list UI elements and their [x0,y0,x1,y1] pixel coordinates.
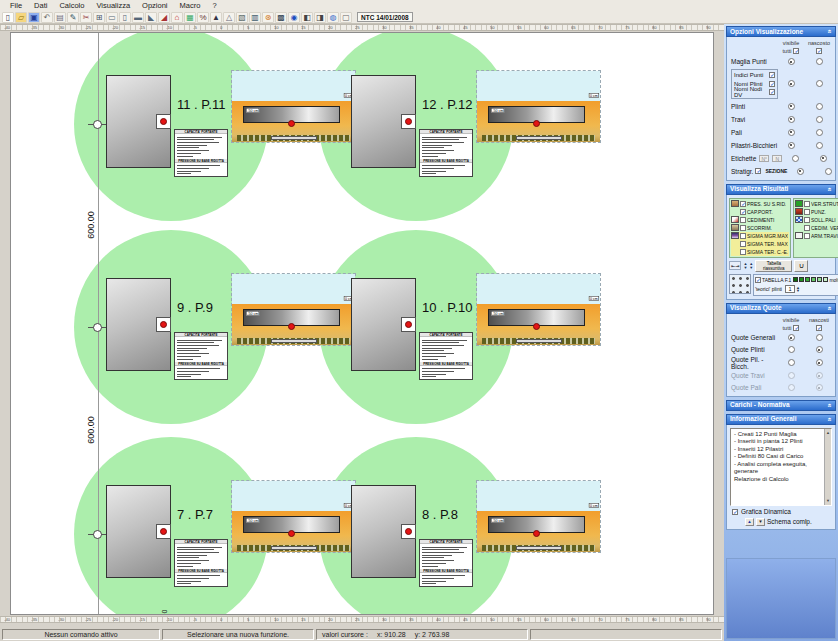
verification-table[interactable]: CAPACITA' PORTANTEPRESSIONE SU BASE RIDO… [174,129,228,177]
soil-section[interactable]: 0 cm-50 cm [476,480,601,553]
scrollbar[interactable]: ▲▼ [824,429,831,505]
radio-visibile[interactable] [788,372,795,379]
piramide-chiara-icon[interactable]: △ [223,12,235,23]
scale-spinner-right[interactable]: ▲▼ [749,262,753,269]
tutti-nascosti-checkbox[interactable] [816,325,822,331]
radio-visibile[interactable] [788,116,795,123]
save-icon[interactable]: ▣ [28,12,40,23]
menu-item-opzioni[interactable]: Opzioni [136,1,173,10]
drawing-canvas[interactable]: 600.00600.0011 . P.11CAPACITA' PORTANTEP… [10,32,714,615]
schema-up-button[interactable]: ▲ [745,518,754,526]
soil-section[interactable]: 0 cm-50 cm [476,70,601,143]
soil-section[interactable]: 0 cm-50 cm [476,273,601,346]
radio-nascosto[interactable] [816,334,823,341]
radio-nascosto[interactable] [816,129,823,136]
molt-plinti-input[interactable]: 1 [785,285,795,293]
documento-icon[interactable]: ▢ [340,12,352,23]
result-checkbox[interactable] [740,217,746,223]
result-checkbox[interactable] [804,201,810,207]
edit-sheet-icon[interactable]: ✎ [67,12,79,23]
sezione-icon[interactable]: ▧ [236,12,248,23]
result-checkbox[interactable] [804,217,810,223]
node-marker-box[interactable] [156,114,171,129]
result-checkbox[interactable] [740,201,746,207]
soil-section[interactable]: 0 cm-50 cm [231,70,356,143]
axis-node[interactable] [93,120,102,129]
diagramma-icon[interactable]: ▥ [249,12,261,23]
mondo-icon[interactable]: ◍ [327,12,339,23]
radio-nascosto[interactable] [816,116,823,123]
radio-visibile[interactable] [788,346,795,353]
plinth-label[interactable]: 10 . P.10 [422,300,472,315]
plinth-label[interactable]: 11 . P.11 [177,97,225,112]
radio-nascosto[interactable] [825,168,832,175]
radio-nascosto[interactable] [816,103,823,110]
plinto-icon[interactable]: ▭ [106,12,118,23]
verification-table[interactable]: CAPACITA' PORTANTEPRESSIONE SU BASE RIDO… [419,539,473,587]
collapse-icon[interactable]: « [827,187,834,191]
tutti-visibile-checkbox[interactable] [793,325,799,331]
section-header[interactable]: Visualizza Risultati « [726,184,836,195]
footing-node-dot[interactable] [533,323,540,330]
menu-item-dati[interactable]: Dati [28,1,53,10]
verification-table[interactable]: CAPACITA' PORTANTEPRESSIONE SU BASE RIDO… [419,129,473,177]
tutti-visibile-checkbox[interactable] [793,48,799,54]
result-checkbox[interactable] [740,241,746,247]
radio-visibile[interactable] [788,80,795,87]
calcolo-1-icon[interactable]: ◧ [301,12,313,23]
new-document-icon[interactable]: ▯ [2,12,14,23]
tutti-nascosto-checkbox[interactable] [816,48,822,54]
plinth-label[interactable]: 7 . P.7 [177,507,213,522]
undo-icon[interactable]: ↶ [41,12,53,23]
group-item-checkbox[interactable] [769,89,775,95]
soil-section[interactable]: 0 cm-50 cm [231,480,356,553]
molt-plinti-spinner[interactable]: ▲▼ [796,286,800,293]
footing-node-dot[interactable] [533,120,540,127]
radio-visibile[interactable] [788,58,795,65]
staffa-button[interactable]: ∪ [794,260,808,272]
menu-item-visualizza[interactable]: Visualizza [90,1,136,10]
piramide-scura-icon[interactable]: ▲ [210,12,222,23]
result-checkbox[interactable] [804,209,810,215]
radio-visibile[interactable] [788,359,795,366]
result-checkbox[interactable] [740,233,746,239]
verifiche-icon[interactable]: ▦ [184,12,196,23]
plinth-label[interactable]: 12 . P.12 [422,97,472,112]
pilastro-icon[interactable]: ▯ [119,12,131,23]
tabella-icon[interactable]: ▩ [275,12,287,23]
radio-visibile[interactable] [788,384,795,391]
grafica-dinamica-checkbox[interactable] [732,509,738,515]
result-checkbox[interactable] [804,233,810,239]
menu-item-macro[interactable]: Macro [174,1,207,10]
node-marker-box[interactable] [401,114,416,129]
section-header[interactable]: Opzioni Visualizzazione « [726,26,836,37]
soil-section[interactable]: 0 cm-50 cm [231,273,356,346]
open-folder-icon[interactable]: ▱ [15,12,27,23]
spacing-adjust-icon[interactable]: ⇤⇥ [729,261,741,270]
info-listbox[interactable]: - Creati 12 Punti Maglia- Inseriti in pi… [730,428,832,506]
sezione-checkbox[interactable] [755,168,761,174]
verification-table[interactable]: CAPACITA' PORTANTEPRESSIONE SU BASE RIDO… [174,539,228,587]
section-header[interactable]: Carichi - Normativa « [726,400,836,411]
cut-icon[interactable]: ✂ [80,12,92,23]
radio-nascosto[interactable] [816,372,823,379]
copy-sheet-icon[interactable]: ▤ [54,12,66,23]
collapse-icon[interactable]: « [827,403,834,407]
collapse-icon[interactable]: « [827,30,834,34]
radio-nascosto[interactable] [816,359,823,366]
collapse-icon[interactable]: « [827,306,834,310]
plinth-label[interactable]: 8 . P.8 [422,507,458,522]
menu-item-help[interactable]: ? [206,1,222,10]
calcolo-2-icon[interactable]: ◨ [314,12,326,23]
verification-table[interactable]: CAPACITA' PORTANTEPRESSIONE SU BASE RIDO… [174,332,228,380]
radio-visibile[interactable] [792,155,799,162]
node-marker-box[interactable] [401,524,416,539]
radio-nascosto[interactable] [816,80,823,87]
section-header[interactable]: Informazioni Generali « [726,414,836,425]
tabella-f1-checkbox[interactable] [755,277,761,283]
scale-spinner-left[interactable]: ▲▼ [743,262,747,269]
footing-node-dot[interactable] [288,530,295,537]
node-marker-box[interactable] [156,317,171,332]
node-marker-box[interactable] [156,524,171,539]
radio-nascosto[interactable] [820,155,827,162]
